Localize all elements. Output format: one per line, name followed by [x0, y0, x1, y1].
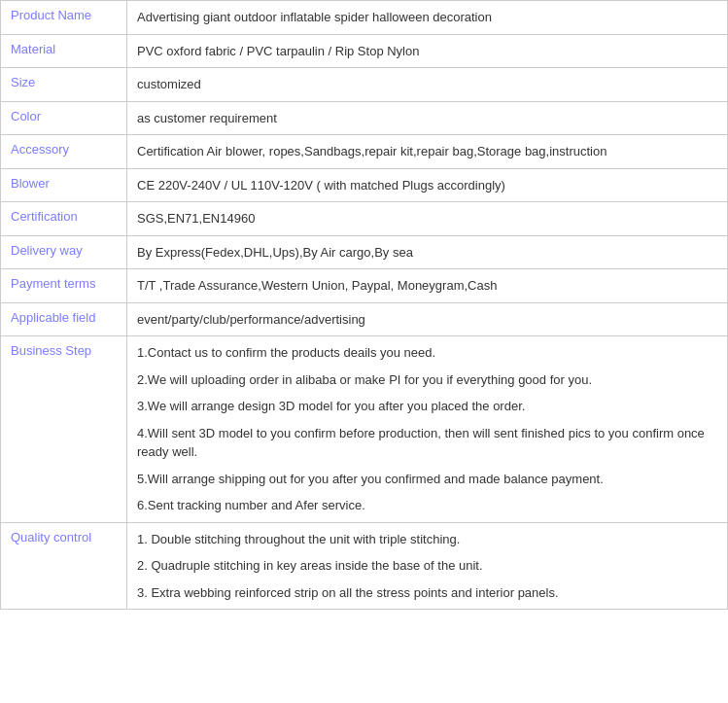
paragraph: 5.Will arrange shipping out for you afte… — [137, 470, 717, 489]
label-blower: Blower — [1, 168, 127, 202]
row-payment-terms: Payment termsT/T ,Trade Assurance,Wester… — [1, 269, 728, 303]
paragraph: 3.We will arrange design 3D model for yo… — [137, 397, 717, 416]
value-material: PVC oxford fabric / PVC tarpaulin / Rip … — [127, 34, 728, 68]
label-material: Material — [1, 34, 127, 68]
row-product-name: Product NameAdvertising giant outdoor in… — [1, 1, 728, 35]
row-quality-control: Quality control1. Double stitching throu… — [1, 522, 728, 610]
label-quality-control: Quality control — [1, 522, 127, 610]
value-applicable-field: event/party/club/performance/advertising — [127, 302, 728, 336]
paragraph: 6.Sent tracking number and Afer service. — [137, 496, 717, 515]
row-applicable-field: Applicable fieldevent/party/club/perform… — [1, 302, 728, 336]
label-product-name: Product Name — [1, 1, 127, 35]
paragraph: 4.Will sent 3D model to you confirm befo… — [137, 424, 717, 462]
row-color: Coloras customer requirement — [1, 101, 728, 135]
row-blower: BlowerCE 220V-240V / UL 110V-120V ( with… — [1, 168, 728, 202]
value-accessory: Certification Air blower, ropes,Sandbags… — [127, 135, 728, 169]
value-color: as customer requirement — [127, 101, 728, 135]
row-accessory: AccessoryCertification Air blower, ropes… — [1, 135, 728, 169]
paragraph: 2.We will uploading order in alibaba or … — [137, 370, 717, 390]
value-business-step: 1.Contact us to confirm the products dea… — [127, 336, 728, 523]
value-size: customized — [127, 68, 728, 102]
row-business-step: Business Step1.Contact us to confirm the… — [1, 336, 728, 523]
label-payment-terms: Payment terms — [1, 269, 127, 303]
label-certification: Certification — [1, 202, 127, 236]
value-quality-control: 1. Double stitching throughout the unit … — [127, 522, 728, 610]
label-business-step: Business Step — [1, 336, 127, 523]
label-accessory: Accessory — [1, 135, 127, 169]
value-product-name: Advertising giant outdoor inflatable spi… — [127, 1, 728, 35]
row-certification: CertificationSGS,EN71,EN14960 — [1, 202, 728, 236]
paragraph: 1.Contact us to confirm the products dea… — [137, 343, 717, 363]
label-applicable-field: Applicable field — [1, 302, 127, 336]
label-color: Color — [1, 101, 127, 135]
product-info-table: Product NameAdvertising giant outdoor in… — [0, 0, 728, 610]
paragraph: 1. Double stitching throughout the unit … — [137, 530, 717, 549]
value-payment-terms: T/T ,Trade Assurance,Western Union, Payp… — [127, 269, 728, 303]
value-delivery-way: By Express(Fedex,DHL,Ups),By Air cargo,B… — [127, 235, 728, 269]
row-material: MaterialPVC oxford fabric / PVC tarpauli… — [1, 34, 728, 68]
row-delivery-way: Delivery wayBy Express(Fedex,DHL,Ups),By… — [1, 235, 728, 269]
paragraph: 2. Quadruple stitching in key areas insi… — [137, 556, 717, 576]
value-blower: CE 220V-240V / UL 110V-120V ( with match… — [127, 168, 728, 202]
paragraph: 3. Extra webbing reinforced strip on all… — [137, 583, 717, 603]
label-delivery-way: Delivery way — [1, 235, 127, 269]
row-size: Sizecustomized — [1, 68, 728, 102]
label-size: Size — [1, 68, 127, 102]
value-certification: SGS,EN71,EN14960 — [127, 202, 728, 236]
